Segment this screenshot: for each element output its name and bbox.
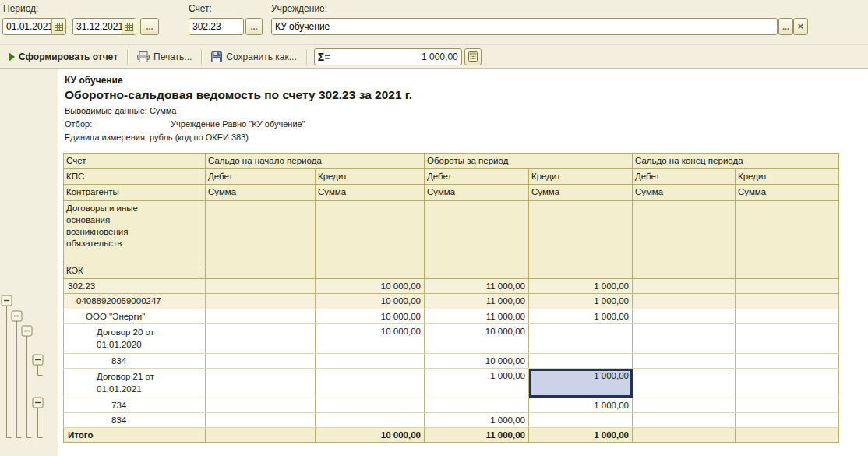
institution-input[interactable]: КУ обучение (271, 18, 778, 35)
cell-turnover-debit[interactable]: 1 000,00 (425, 413, 529, 428)
generate-report-button[interactable]: Сформировать отчет (3, 49, 123, 65)
cell-opening-debit[interactable] (206, 369, 316, 398)
header-empty-cell (529, 201, 633, 279)
total-opening-debit[interactable] (206, 428, 316, 443)
cell-opening-credit[interactable]: 10 000,00 (316, 309, 425, 324)
cell-turnover-debit[interactable]: 1 000,00 (425, 369, 529, 398)
selected-cell[interactable]: 1 000,00 (529, 369, 633, 398)
cell-opening-credit[interactable]: 10 000,00 (316, 324, 425, 354)
cell-closing-debit[interactable] (633, 309, 736, 324)
cell-turnover-credit[interactable] (529, 413, 633, 428)
row-label: ООО "Энерги" (86, 311, 203, 323)
print-button[interactable]: Печать... (132, 49, 197, 65)
cell-opening-debit[interactable] (206, 324, 316, 354)
institution-clear-button[interactable]: × (793, 18, 808, 35)
period-choose-button[interactable]: ... (140, 18, 159, 35)
table-row-contract-20[interactable]: Договор 20 от 01.01.2020 10 000,00 10 00… (64, 324, 839, 354)
cell-opening-credit[interactable]: 10 000,00 (316, 279, 425, 294)
save-as-button[interactable]: Сохранить как... (206, 49, 302, 65)
collapse-button-contract-21[interactable] (33, 398, 43, 408)
cell-closing-debit[interactable] (633, 413, 736, 428)
account-choose-button[interactable]: ... (245, 18, 263, 35)
cell-turnover-debit[interactable]: 10 000,00 (425, 354, 529, 369)
cell-opening-debit[interactable] (206, 309, 316, 324)
cell-closing-credit[interactable] (736, 369, 839, 398)
cell-turnover-credit[interactable]: 1 000,00 (529, 309, 633, 324)
collapse-button-kps[interactable] (12, 311, 22, 321)
total-closing-debit[interactable] (633, 428, 736, 443)
cell-opening-credit[interactable] (316, 413, 425, 428)
table-row-contract-21[interactable]: Договор 21 от 01.01.2021 1 000,00 1 000,… (64, 369, 839, 398)
total-turnover-debit[interactable]: 11 000,00 (425, 428, 529, 443)
cell-turnover-credit[interactable] (529, 354, 633, 369)
total-turnover-credit[interactable]: 1 000,00 (529, 428, 633, 443)
table-row-kek-734[interactable]: 734 1 000,00 (64, 398, 839, 413)
row-label-cell[interactable]: 04088920059000247 (64, 294, 206, 309)
cell-opening-debit[interactable] (206, 294, 316, 309)
cell-closing-debit[interactable] (633, 369, 736, 398)
cell-closing-debit[interactable] (633, 294, 736, 309)
period-from-input[interactable]: 01.01.2021 (2, 18, 66, 35)
print-icon (137, 51, 150, 62)
cell-closing-credit[interactable] (736, 324, 839, 354)
cell-turnover-credit[interactable] (529, 324, 633, 354)
header-credit: Кредит (529, 169, 633, 185)
calendar-icon[interactable] (51, 19, 65, 34)
cell-opening-debit[interactable] (206, 354, 316, 369)
cell-turnover-debit[interactable]: 10 000,00 (425, 324, 529, 354)
table-row-account[interactable]: 302.23 10 000,00 11 000,00 1 000,00 (64, 279, 839, 294)
institution-choose-button[interactable]: ... (778, 18, 793, 35)
cell-opening-credit[interactable] (316, 398, 425, 413)
table-row-kek-834[interactable]: 834 10 000,00 (64, 354, 839, 369)
calendar-icon[interactable] (122, 19, 135, 34)
cell-closing-debit[interactable] (633, 398, 736, 413)
cell-closing-debit[interactable] (633, 279, 736, 294)
row-label-cell[interactable]: 834 (64, 354, 206, 369)
row-label-cell[interactable]: ООО "Энерги" (64, 309, 206, 324)
cell-turnover-credit[interactable]: 1 000,00 (529, 398, 633, 413)
row-label: 302.23 (68, 281, 203, 292)
cell-opening-debit[interactable] (206, 398, 316, 413)
table-row-contractor[interactable]: ООО "Энерги" 10 000,00 11 000,00 1 000,0… (64, 309, 839, 324)
cell-opening-credit[interactable]: 10 000,00 (316, 294, 425, 309)
collapse-button-account[interactable] (2, 295, 12, 306)
cell-opening-debit[interactable] (206, 413, 316, 428)
collapse-button-contract-20[interactable] (33, 355, 43, 365)
header-sum: Сумма (206, 185, 316, 201)
cell-turnover-debit[interactable]: 11 000,00 (425, 279, 529, 294)
period-to-input[interactable]: 31.12.2021 (72, 18, 136, 35)
total-opening-credit[interactable]: 10 000,00 (316, 428, 425, 443)
row-label-cell[interactable]: Договор 21 от 01.01.2021 (64, 369, 206, 398)
row-label: 834 (111, 415, 203, 426)
cell-closing-debit[interactable] (633, 324, 736, 354)
cell-turnover-debit[interactable]: 11 000,00 (425, 309, 529, 324)
total-closing-credit[interactable] (736, 428, 839, 443)
account-input[interactable]: 302.23 (189, 18, 244, 35)
row-label-cell[interactable]: 302.23 (64, 279, 206, 294)
cell-opening-credit[interactable] (316, 369, 425, 398)
calculator-button[interactable] (464, 48, 482, 65)
row-label-cell[interactable]: 834 (64, 413, 206, 428)
table-row-total[interactable]: Итого 10 000,00 11 000,00 1 000,00 (64, 428, 839, 443)
cell-opening-credit[interactable] (316, 354, 425, 369)
total-label-cell: Итого (64, 428, 206, 443)
cell-turnover-debit[interactable] (425, 398, 529, 413)
cell-closing-debit[interactable] (633, 354, 736, 369)
table-row-kek-834b[interactable]: 834 1 000,00 (64, 413, 839, 428)
row-label-cell[interactable]: 734 (64, 398, 206, 413)
row-label-cell[interactable]: Договор 20 от 01.01.2020 (64, 324, 206, 354)
header-contractors: Контрагенты (64, 185, 206, 201)
cell-turnover-credit[interactable]: 1 000,00 (529, 294, 633, 309)
cell-closing-credit[interactable] (736, 398, 839, 413)
collapse-button-contractor[interactable] (22, 326, 32, 336)
table-row-kps[interactable]: 04088920059000247 10 000,00 11 000,00 1 … (64, 294, 839, 309)
cell-closing-credit[interactable] (736, 354, 839, 369)
cell-closing-credit[interactable] (736, 279, 839, 294)
cell-closing-credit[interactable] (736, 413, 839, 428)
cell-turnover-credit[interactable]: 1 000,00 (529, 279, 633, 294)
cell-turnover-debit[interactable]: 11 000,00 (425, 294, 529, 309)
sum-field[interactable]: Σ= 1 000,00 (314, 48, 462, 65)
cell-opening-debit[interactable] (206, 279, 316, 294)
cell-closing-credit[interactable] (736, 294, 839, 309)
cell-closing-credit[interactable] (736, 309, 839, 324)
